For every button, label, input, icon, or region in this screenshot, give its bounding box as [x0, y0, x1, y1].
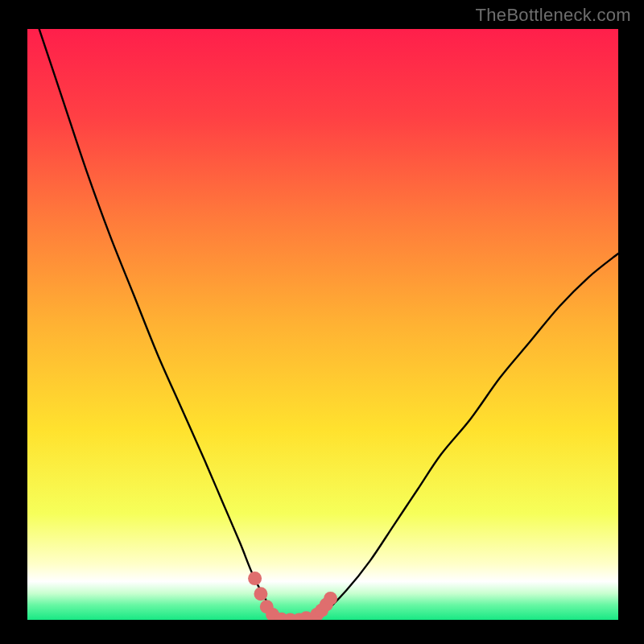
outer-frame: TheBottleneck.com [0, 0, 644, 644]
highlight-dot [248, 572, 262, 585]
gradient-background [27, 29, 618, 620]
highlight-dot [254, 587, 267, 601]
watermark-text: TheBottleneck.com [476, 5, 631, 26]
bottleneck-chart [0, 0, 644, 644]
highlight-dot [324, 592, 337, 605]
